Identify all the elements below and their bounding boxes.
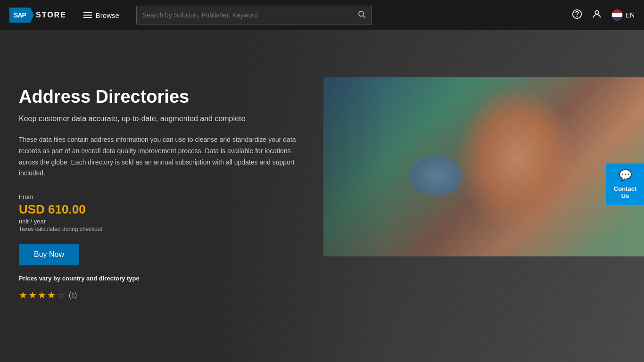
header-actions: EN [572, 9, 635, 22]
main-content: Address Directories Keep customer data a… [0, 30, 644, 362]
star-4: ★ [47, 289, 56, 301]
site-header: SAP STORE Browse [0, 0, 644, 30]
contact-us-label: Contact Us [610, 185, 640, 199]
price-note: Prices vary by country and directory typ… [19, 275, 302, 282]
review-count: (1) [69, 291, 77, 299]
star-2: ★ [28, 289, 37, 301]
product-title: Address Directories [19, 87, 302, 107]
store-label: STORE [36, 11, 66, 19]
chat-icon: 💬 [619, 169, 632, 181]
star-1: ★ [19, 289, 27, 301]
contact-us-button[interactable]: 💬 Contact Us [606, 164, 644, 205]
product-image [323, 77, 644, 256]
from-label: From [19, 193, 302, 200]
svg-point-0 [359, 11, 364, 16]
browse-label: Browse [96, 11, 119, 19]
star-5: ☆ [57, 289, 65, 301]
flag-icon [611, 9, 623, 21]
svg-point-3 [577, 16, 577, 16]
search-button[interactable] [357, 10, 366, 21]
browse-button[interactable]: Browse [76, 11, 127, 19]
help-button[interactable] [572, 9, 582, 22]
hero-text-area: Address Directories Keep customer data a… [0, 68, 321, 320]
search-input[interactable] [142, 11, 357, 19]
sap-logo: SAP [9, 8, 34, 23]
rating-section: ★ ★ ★ ★ ☆ (1) [19, 289, 302, 301]
star-rating: ★ ★ ★ ★ ☆ [19, 289, 65, 301]
language-selector[interactable]: EN [611, 9, 635, 21]
price-section: From USD 610.00 unit / year Taxes calcul… [19, 193, 302, 232]
lang-code: EN [626, 11, 635, 19]
price-unit: unit / year [19, 218, 302, 225]
buy-now-button[interactable]: Buy Now [19, 244, 79, 265]
price-value: USD 610.00 [19, 202, 302, 217]
star-3: ★ [38, 289, 46, 301]
hero-image [323, 77, 644, 256]
tax-note: Taxes calculated during checkout [19, 226, 302, 232]
logo-area: SAP STORE [9, 8, 66, 23]
hamburger-icon [83, 11, 92, 19]
svg-point-4 [595, 10, 598, 14]
product-description: These data files contain address informa… [19, 134, 302, 179]
svg-line-1 [363, 16, 365, 17]
user-button[interactable] [592, 9, 602, 22]
search-bar [136, 6, 372, 25]
product-subtitle: Keep customer data accurate, up-to-date,… [19, 115, 302, 123]
